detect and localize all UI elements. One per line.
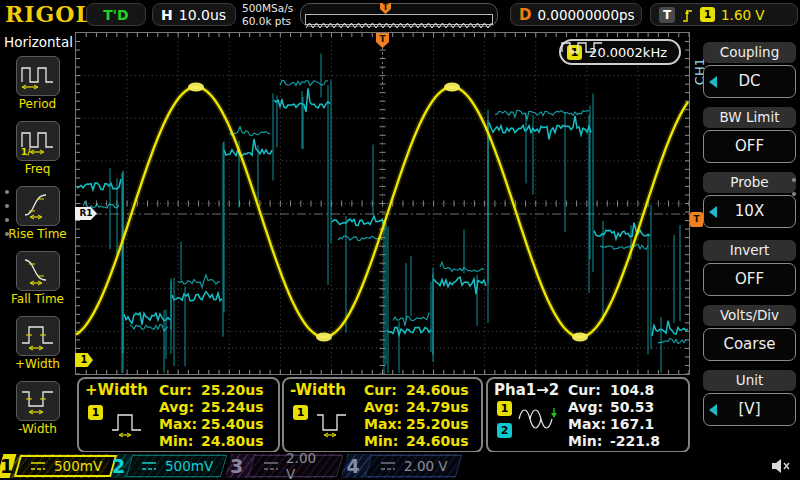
- memory-depth: 60.0k pts: [242, 15, 293, 28]
- measurement-channel-badge: 1: [293, 405, 308, 420]
- measurement-channel-a-badge: 1: [497, 401, 512, 416]
- left-measure-menu: Horizontal Period 1/ Freq: [0, 30, 75, 455]
- trigger-status-text: T'D: [103, 7, 128, 23]
- softkey-label: Probe: [703, 172, 796, 193]
- waveform-memory-bar[interactable]: T: [300, 3, 498, 27]
- channel-scale: 500mV: [165, 458, 213, 474]
- softkey-volts-div[interactable]: Volts/Div Coarse: [703, 305, 796, 361]
- channel-scale-box: 500mV: [14, 455, 117, 477]
- phase-icon: [518, 405, 558, 433]
- softkey-bw-limit[interactable]: BW Limit OFF: [703, 107, 796, 163]
- rising-edge-icon: [681, 7, 694, 23]
- avg-label: Avg:: [568, 399, 610, 416]
- menu-item-freq[interactable]: 1/ Freq: [0, 121, 75, 185]
- channel-2-status[interactable]: 2 500mV: [112, 454, 224, 478]
- frequency-counter: 1 20.0002kHz: [559, 39, 681, 65]
- right-soft-menu: CH1 T Coupling DC BW Limit OFF Probe 10X…: [690, 30, 800, 455]
- left-menu-title: Horizontal: [4, 34, 73, 50]
- rise-time-icon: [20, 191, 56, 221]
- softkey-probe[interactable]: Probe 10X: [703, 172, 796, 228]
- avg-label: Avg:: [159, 399, 201, 416]
- trigger-position-icon[interactable]: T: [380, 3, 391, 14]
- menu-label: Rise Time: [0, 227, 75, 241]
- menu-item-period[interactable]: Period: [0, 56, 75, 120]
- min-label: Min:: [364, 433, 406, 450]
- menu-label: Period: [0, 97, 75, 111]
- delay-box[interactable]: D 0.00000000ps: [510, 3, 642, 26]
- avg-value: 50.53: [610, 399, 654, 415]
- dc-coupling-icon: [262, 460, 279, 472]
- memory-strip: [305, 14, 493, 25]
- trigger-level-value: 1.60 V: [721, 7, 765, 23]
- softkey-value-text: DC: [738, 72, 760, 90]
- measurement-channel-badge: 1: [88, 405, 103, 420]
- softkey-coupling[interactable]: Coupling DC: [703, 42, 796, 98]
- menu-item-fall-time[interactable]: Fall Time: [0, 251, 75, 315]
- channel-4-status[interactable]: 4 2.00 V: [342, 454, 460, 478]
- softkey-value-text: 10X: [735, 202, 764, 220]
- max-label: Max:: [364, 416, 406, 433]
- channel-1-status[interactable]: 1 500mV: [0, 454, 110, 478]
- trigger-info-box[interactable]: T 1 1.60 V: [650, 3, 798, 26]
- horizontal-scale-box[interactable]: H 10.0us: [152, 3, 236, 26]
- freq-icon: 1/: [20, 126, 56, 156]
- freq-iconbox: 1/: [16, 121, 60, 161]
- trigger-label: T: [659, 7, 675, 23]
- measurement-values: Cur:25.20us Avg:25.24us Max:25.40us Min:…: [159, 382, 264, 450]
- min-value: 24.80us: [201, 433, 264, 449]
- menu-item-neg-width[interactable]: -Width: [0, 381, 75, 445]
- period-icon: [20, 61, 56, 91]
- channel-scale-box: 500mV: [126, 455, 227, 477]
- measurement-neg-width: -Width 1 Cur:24.60us Avg:24.79us Max:25.…: [282, 377, 483, 453]
- channel-status-bar: 1 500mV 2 500mV 3: [0, 452, 800, 480]
- channel-scale: 2.00 V: [287, 450, 329, 480]
- cur-value: 104.8: [610, 382, 654, 398]
- menu-label: Freq: [0, 162, 75, 176]
- softkey-label: BW Limit: [703, 107, 796, 128]
- avg-label: Avg:: [364, 399, 406, 416]
- max-value: 25.40us: [201, 416, 264, 432]
- pos-pulse-icon: [111, 409, 143, 439]
- avg-value: 24.79us: [406, 399, 469, 415]
- softkey-unit[interactable]: Unit [V]: [703, 370, 796, 426]
- softkey-label: Invert: [703, 240, 796, 261]
- softkey-value: Coarse: [703, 328, 796, 361]
- softkey-label: Volts/Div: [703, 305, 796, 326]
- menu-label: Fall Time: [0, 292, 75, 306]
- measurement-pos-width: +Width 1 Cur:25.20us Avg:25.24us Max:25.…: [77, 377, 280, 453]
- trigger-level-marker[interactable]: T: [690, 212, 703, 227]
- right-menu-page-dots: [792, 168, 796, 206]
- max-value: 167.1: [610, 416, 654, 432]
- rigol-logo: RIGOL: [5, 1, 92, 27]
- cur-label: Cur:: [364, 382, 406, 399]
- channel-scale-box: 2.00 V: [365, 455, 462, 477]
- channel-number: 1: [0, 455, 13, 477]
- channel-3-status[interactable]: 3 2.00 V: [226, 454, 340, 478]
- menu-item-pos-width[interactable]: +Width: [0, 316, 75, 380]
- softkey-value-text: [V]: [739, 400, 761, 418]
- measurement-name: +Width: [85, 381, 148, 399]
- select-arrow-icon: [709, 76, 717, 88]
- dc-coupling-icon: [29, 460, 47, 472]
- cur-label: Cur:: [159, 382, 201, 399]
- select-arrow-icon: [709, 404, 717, 416]
- fall-time-icon: [20, 256, 56, 286]
- trigger-status-badge: T'D: [86, 3, 146, 26]
- softkey-value-text: Coarse: [723, 335, 775, 353]
- cur-label: Cur:: [568, 382, 610, 399]
- dc-coupling-icon: [140, 460, 158, 472]
- menu-item-rise-time[interactable]: Rise Time: [0, 186, 75, 250]
- measurement-channel-b-badge: 2: [497, 423, 512, 438]
- channel-scale: 2.00 V: [404, 458, 448, 474]
- delay-label: D: [519, 6, 531, 24]
- neg-width-iconbox: [16, 381, 60, 421]
- min-label: Min:: [159, 433, 201, 450]
- channel-number: 2: [112, 455, 125, 477]
- memory-waveform-icon: [306, 21, 494, 30]
- measurement-values: Cur:104.8 Avg:50.53 Max:167.1 Min:-221.8: [568, 382, 660, 450]
- dc-coupling-icon: [379, 460, 397, 472]
- pos-width-iconbox: [16, 316, 60, 356]
- pos-width-icon: [20, 321, 56, 351]
- softkey-invert[interactable]: Invert OFF: [703, 240, 796, 296]
- svg-text:1/: 1/: [21, 147, 31, 156]
